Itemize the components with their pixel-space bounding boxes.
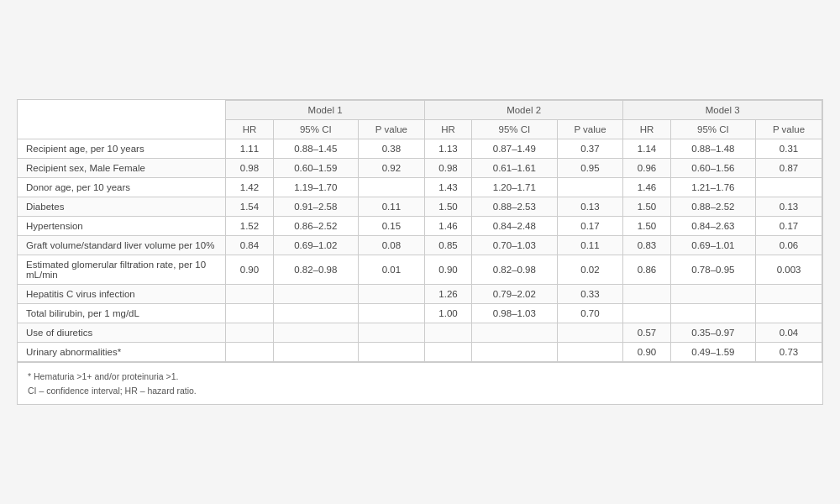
table-row: Hypertension1.520.86–2.520.151.460.84–2.… [18,216,822,235]
model3-header: Model 3 [623,100,822,119]
cell: 0.37 [557,139,623,158]
cell: 1.42 [226,177,273,197]
cell [424,342,471,361]
m2-pval-header: P value [557,119,623,139]
cell: 0.96 [623,158,670,177]
cell: 0.11 [359,197,425,216]
cell [472,323,557,342]
cell: 1.50 [424,197,471,216]
cell: 0.87 [756,158,822,177]
cell: 0.06 [756,235,822,255]
table-row: Diabetes1.540.91–2.580.111.500.88–2.530.… [18,197,822,216]
m3-hr-header: HR [623,119,670,139]
cell: 1.11 [226,139,273,158]
cell: 1.46 [424,216,471,235]
row-label: Hypertension [18,216,226,235]
cell: 1.26 [424,284,471,303]
cell: 0.82–0.98 [472,255,557,284]
cell [670,303,755,323]
row-label: Use of diuretics [18,323,226,342]
cell: 0.87–1.49 [472,139,557,158]
cell: 0.88–2.52 [670,197,755,216]
cell: 0.82–0.98 [273,255,358,284]
cell: 1.43 [424,177,471,197]
cell [226,323,273,342]
row-label: Total bilirubin, per 1 mg/dL [18,303,226,323]
cell [273,342,358,361]
table-row: Recipient age, per 10 years1.110.88–1.45… [18,139,822,158]
row-label: Recipient age, per 10 years [18,139,226,158]
cell: 0.90 [623,342,670,361]
cell: 0.13 [756,197,822,216]
table-row: Use of diuretics0.570.35–0.970.04 [18,323,822,342]
cell: 1.13 [424,139,471,158]
cell: 0.95 [557,158,623,177]
row-label: Diabetes [18,197,226,216]
cell: 0.84–2.48 [472,216,557,235]
cell: 0.73 [756,342,822,361]
cell: 1.50 [623,216,670,235]
cell: 0.88–2.53 [472,197,557,216]
cell: 0.88–1.45 [273,139,358,158]
cell: 0.90 [226,255,273,284]
cell: 1.20–1.71 [472,177,557,197]
cell: 0.98–1.03 [472,303,557,323]
cell [670,284,755,303]
cell: 0.90 [424,255,471,284]
cell [756,303,822,323]
cell: 1.14 [623,139,670,158]
m2-ci-header: 95% CI [472,119,557,139]
cell [472,342,557,361]
cell [359,303,425,323]
cell: 0.79–2.02 [472,284,557,303]
table-row: Estimated glomerular filtration rate, pe… [18,255,822,284]
cell: 1.54 [226,197,273,216]
table-row: Urinary abnormalities*0.900.49–1.590.73 [18,342,822,361]
cell: 0.84 [226,235,273,255]
cell [756,177,822,197]
cell: 0.86–2.52 [273,216,358,235]
cell [359,323,425,342]
cell [273,284,358,303]
cell: 0.98 [226,158,273,177]
row-label: Recipient sex, Male Female [18,158,226,177]
row-label: Donor age, per 10 years [18,177,226,197]
cell [557,323,623,342]
cell: 1.00 [424,303,471,323]
cell [623,284,670,303]
cell: 0.003 [756,255,822,284]
m1-pval-header: P value [359,119,425,139]
row-label: Hepatitis C virus infection [18,284,226,303]
footnote-1: * Hematuria >1+ and/or proteinuria >1. [28,370,812,384]
cell [359,342,425,361]
cell: 0.86 [623,255,670,284]
cell: 0.92 [359,158,425,177]
cell: 0.01 [359,255,425,284]
cell: 0.35–0.97 [670,323,755,342]
cell: 0.91–2.58 [273,197,358,216]
cell: 0.49–1.59 [670,342,755,361]
cell: 0.04 [756,323,822,342]
cell [226,342,273,361]
cell: 0.69–1.02 [273,235,358,255]
cell: 0.98 [424,158,471,177]
m3-ci-header: 95% CI [670,119,755,139]
model-header-row: Model 1 Model 2 Model 3 [18,100,822,119]
cell: 0.11 [557,235,623,255]
cell [359,284,425,303]
row-label: Urinary abnormalities* [18,342,226,361]
row-label: Estimated glomerular filtration rate, pe… [18,255,226,284]
cell [557,177,623,197]
model1-header: Model 1 [226,100,425,119]
cell: 0.17 [557,216,623,235]
cell: 0.70–1.03 [472,235,557,255]
m3-pval-header: P value [756,119,822,139]
cell [226,284,273,303]
cell: 0.08 [359,235,425,255]
cell: 0.15 [359,216,425,235]
model2-header: Model 2 [424,100,623,119]
table-row: Hepatitis C virus infection1.260.79–2.02… [18,284,822,303]
cell: 1.52 [226,216,273,235]
cell: 1.21–1.76 [670,177,755,197]
footnote-2: CI – confidence interval; HR – hazard ra… [28,384,812,398]
